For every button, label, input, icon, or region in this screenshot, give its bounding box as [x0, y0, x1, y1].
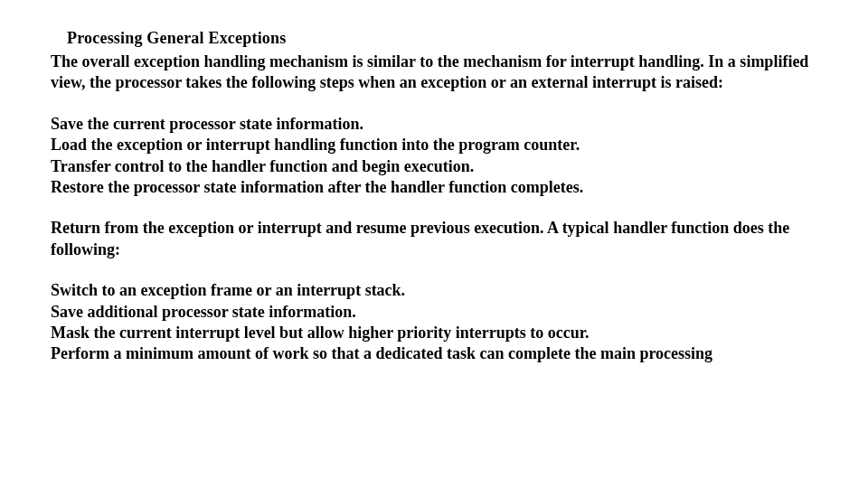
step-item: Switch to an exception frame or an inter… — [51, 280, 817, 301]
mid-paragraph: Return from the exception or interrupt a… — [51, 218, 817, 260]
step-item: Save the current processor state informa… — [51, 114, 817, 135]
step-item: Transfer control to the handler function… — [51, 156, 817, 177]
step-item: Save additional processor state informat… — [51, 302, 817, 323]
step-list-2: Switch to an exception frame or an inter… — [51, 280, 817, 365]
step-item: Restore the processor state information … — [51, 177, 817, 198]
section-heading: Processing General Exceptions — [67, 29, 817, 48]
step-item: Perform a minimum amount of work so that… — [51, 343, 817, 364]
intro-paragraph: The overall exception handling mechanism… — [51, 52, 817, 94]
step-item: Mask the current interrupt level but all… — [51, 323, 817, 343]
step-list-1: Save the current processor state informa… — [51, 114, 817, 199]
document-page: Processing General Exceptions The overal… — [0, 0, 868, 365]
step-item: Load the exception or interrupt handling… — [51, 135, 817, 155]
